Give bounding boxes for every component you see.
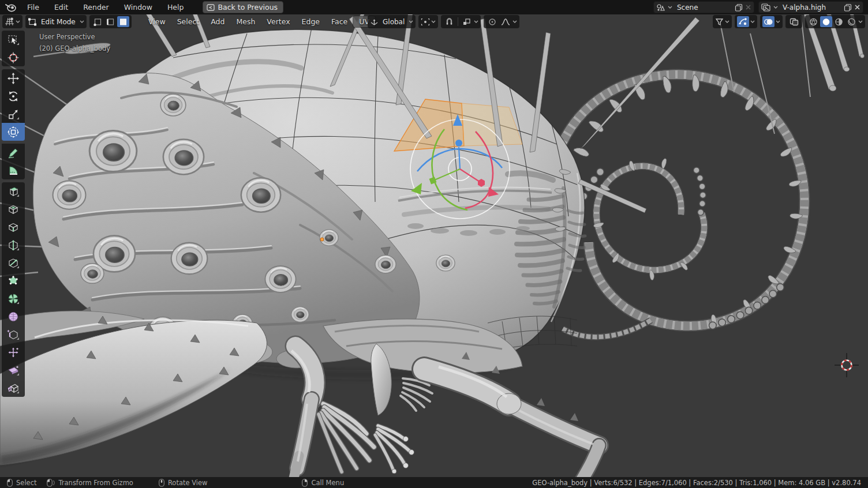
tool-annotate[interactable] xyxy=(2,144,25,162)
tool-measure[interactable] xyxy=(2,162,25,179)
mouse-left-drag-icon xyxy=(47,479,55,487)
unlink-scene-icon xyxy=(745,4,751,10)
chevron-down-icon xyxy=(858,20,863,23)
menu-render[interactable]: Render xyxy=(76,0,117,14)
proportional-edit-toggle[interactable] xyxy=(486,16,498,27)
tool-smooth[interactable] xyxy=(2,307,25,325)
status-bar: Select Transform From Gizmo Rotate View … xyxy=(0,477,868,488)
shading-material-button[interactable] xyxy=(833,16,845,27)
filter-funnel-icon xyxy=(715,18,724,26)
tool-rotate[interactable] xyxy=(2,87,25,105)
vertex-select-mode-button[interactable] xyxy=(92,16,104,27)
viewport-header: Edit Mode View Select Add Mesh Verte xyxy=(0,14,868,29)
menu-vertex[interactable]: Vertex xyxy=(261,16,295,27)
falloff-curve-icon xyxy=(501,18,510,26)
tool-rip-region[interactable] xyxy=(2,379,25,397)
show-gizmo-toggle[interactable] xyxy=(737,16,749,27)
tool-move[interactable] xyxy=(2,69,25,87)
tool-cursor[interactable] xyxy=(2,48,25,66)
magnet-icon xyxy=(445,18,454,26)
snap-toggle-button[interactable] xyxy=(443,16,455,27)
proportional-edit-icon xyxy=(488,18,496,26)
viewport-perspective-label: User Perspective xyxy=(39,33,95,41)
blender-logo-icon[interactable] xyxy=(5,3,16,12)
shading-solid-button[interactable] xyxy=(820,16,832,27)
view-layer-selector[interactable]: V-alpha.high xyxy=(758,1,863,13)
scene-selector[interactable]: Scene xyxy=(653,1,754,13)
new-scene-icon[interactable] xyxy=(735,3,743,12)
tool-edge-slide[interactable] xyxy=(2,325,25,343)
object-origin-marker xyxy=(320,238,324,241)
object-type-visibility[interactable] xyxy=(713,15,732,28)
transform-orientation-selector[interactable]: Global xyxy=(368,15,416,28)
menu-edge[interactable]: Edge xyxy=(296,16,326,27)
pivot-point-icon xyxy=(421,18,430,26)
edge-select-mode-button[interactable] xyxy=(104,16,117,27)
tool-shrink-fatten[interactable] xyxy=(2,343,25,361)
menu-view[interactable]: View xyxy=(143,16,171,27)
menu-window[interactable]: Window xyxy=(117,0,160,14)
falloff-type-button[interactable] xyxy=(499,16,511,27)
snap-target-button[interactable] xyxy=(461,16,473,27)
keymap-select: Select xyxy=(7,479,36,487)
menu-face[interactable]: Face xyxy=(326,16,353,27)
chevron-down-icon xyxy=(474,20,478,23)
new-layer-icon[interactable] xyxy=(844,3,852,12)
proportional-edit-controls xyxy=(484,15,519,28)
viewport-3d-scene[interactable] xyxy=(0,14,868,477)
gizmo-icon xyxy=(739,18,748,26)
viewport-object-label: (20) GEO-alpha_body xyxy=(39,44,110,52)
snap-target-icon xyxy=(462,18,471,26)
tool-inset-faces[interactable] xyxy=(2,200,25,218)
remove-layer-icon[interactable] xyxy=(854,4,860,10)
topbar: File Edit Render Window Help Back to Pre… xyxy=(0,0,868,14)
overlays-controls xyxy=(760,15,783,28)
xray-control xyxy=(785,15,802,28)
shading-rendered-button[interactable] xyxy=(845,16,858,27)
tool-shear[interactable] xyxy=(2,361,25,379)
keymap-rotate-view: Rotate View xyxy=(159,479,208,487)
tool-spin[interactable] xyxy=(2,290,25,307)
menu-mesh[interactable]: Mesh xyxy=(230,16,261,27)
pivot-point-selector[interactable] xyxy=(418,15,438,28)
shading-wireframe-button[interactable] xyxy=(807,16,820,27)
menu-help[interactable]: Help xyxy=(160,0,192,14)
menu-add[interactable]: Add xyxy=(205,16,230,27)
viewport-menubar: View Select Add Mesh Vertex Edge Face UV xyxy=(143,16,375,27)
menu-edit[interactable]: Edit xyxy=(47,0,76,14)
tool-loop-cut[interactable] xyxy=(2,236,25,254)
tool-knife[interactable] xyxy=(2,254,25,272)
mode-selector[interactable]: Edit Mode xyxy=(25,15,87,28)
view-layer-icon xyxy=(761,3,771,12)
tool-scale[interactable] xyxy=(2,105,25,123)
scene-icon xyxy=(656,3,665,12)
tool-transform[interactable] xyxy=(2,123,25,141)
mouse-middle-icon xyxy=(159,479,164,487)
editor-3d-viewport-icon xyxy=(5,17,14,26)
mouse-right-icon xyxy=(302,479,308,487)
xray-icon xyxy=(790,18,799,26)
editor-type-selector[interactable] xyxy=(2,15,23,28)
tool-bevel[interactable] xyxy=(2,218,25,236)
tool-extrude-region[interactable] xyxy=(2,182,25,200)
blender-window: User Perspective (20) GEO-alpha_body Fil… xyxy=(0,0,868,488)
tool-select-box[interactable] xyxy=(2,31,25,48)
back-screen-icon xyxy=(207,4,215,11)
chevron-down-icon xyxy=(668,6,672,9)
show-overlays-toggle[interactable] xyxy=(762,16,775,27)
menu-select[interactable]: Select xyxy=(171,16,205,27)
chevron-down-icon xyxy=(409,20,413,23)
tool-poly-build[interactable] xyxy=(2,272,25,290)
menu-file[interactable]: File xyxy=(20,0,47,14)
viewport-shading-group xyxy=(805,15,865,28)
orientation-axes-icon xyxy=(370,18,379,26)
overlays-icon xyxy=(764,18,773,26)
select-mode-group xyxy=(89,15,132,28)
chevron-down-icon xyxy=(776,20,780,23)
back-to-previous-button[interactable]: Back to Previous xyxy=(203,1,283,13)
chevron-down-icon xyxy=(80,20,84,23)
keymap-call-menu: Call Menu xyxy=(302,479,344,487)
edit-mode-icon xyxy=(28,18,37,26)
face-select-mode-button[interactable] xyxy=(117,16,129,27)
xray-toggle[interactable] xyxy=(788,16,800,27)
